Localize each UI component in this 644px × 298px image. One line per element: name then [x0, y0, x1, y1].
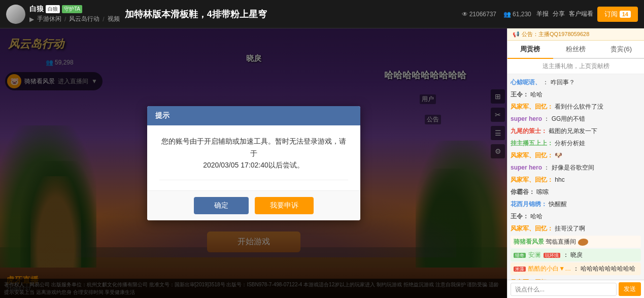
dialog-overlay: 提示 您的账号由于开启辅助或加速工具。暂时无法登录游戏，请于 2020/03/0…	[0, 28, 507, 298]
chat-user-miz: 酷酷的小白▼…	[528, 265, 571, 272]
chat-msg-3: super hero ： GG用的不错	[511, 113, 641, 125]
stream-title: 加特林版本滑板鞋，4排带粉上星穹	[125, 8, 457, 20]
chat-msg-liqi: 猎奇 安澜 玩环境 ： 晓戾	[511, 249, 641, 261]
chat-sep-3: ：	[544, 115, 550, 122]
chat-msg-6: 风家军、回忆： 🐶	[511, 149, 641, 161]
chat-user-5: 挂主播五上上：	[511, 140, 553, 147]
breadcrumb-section: 视频	[108, 15, 120, 23]
badge-miz: 米藻	[514, 267, 526, 272]
chat-user-6: 风家军、回忆：	[511, 152, 553, 159]
chat-msg-horse: 骑猪看风景 驾临直播间	[511, 236, 641, 248]
chat-msg-12: 风家军、回忆： 挂哥没了啊	[511, 222, 641, 235]
chat-input-row: 发送	[511, 282, 641, 296]
confirm-button[interactable]: 确定	[194, 197, 249, 214]
chat-user-11: 王令：	[511, 213, 529, 220]
dialog-header: 提示	[147, 106, 360, 125]
tab-weekly[interactable]: 周贡榜	[507, 41, 553, 59]
chat-user-4: 九尾的策士：	[511, 127, 547, 135]
chat-user-1: 王令：	[511, 91, 529, 98]
chat-sep-liqi: ：	[563, 251, 569, 258]
horse-icon	[577, 239, 588, 246]
dialog-body: 您的账号由于开启辅助或加速工具。暂时无法登录游戏，请于 2020/03/05 1…	[147, 125, 360, 191]
top-bar: 白狼 白狼 守护TA ▶ 手游休闲 / 风云岛行动 / 视频 加特林版本滑板鞋，…	[0, 0, 644, 28]
streamer-info: 白狼 白狼 守护TA ▶ 手游休闲 / 风云岛行动 / 视频	[6, 5, 120, 24]
chat-text-2: 看到什么软件了没	[555, 103, 603, 110]
chat-input[interactable]	[511, 283, 617, 296]
notice-icon: 📢	[513, 31, 520, 38]
notice-text: 公告：主播QQ1978059628	[522, 30, 589, 38]
right-tabs: 周贡榜 粉丝榜 贵宾(6)	[507, 41, 644, 59]
chat-user-2: 风家军、回忆：	[511, 103, 553, 110]
chat-send-btn[interactable]: 发送	[619, 282, 641, 296]
chat-user-liqi: 安澜	[528, 251, 540, 258]
tag-white: 白狼	[46, 5, 60, 13]
dialog-body-line2: 2020/03/05 17:02:40以后尝试。	[203, 161, 303, 169]
breadcrumb: ▶ 手游休闲 / 风云岛行动 / 视频	[29, 15, 120, 23]
chat-user-0: 心鲸呢语、	[511, 79, 541, 86]
dialog-box: 提示 您的账号由于开启辅助或加速工具。暂时无法登录游戏，请于 2020/03/0…	[147, 106, 360, 220]
chat-user-3: super hero	[511, 115, 542, 122]
gift-bar[interactable]: 送主播礼物，上页贡献榜	[507, 59, 644, 74]
action-buttons: 羊报 分享 客户端看 订阅 14	[536, 7, 638, 22]
chat-text-7: 好像是谷歌空间	[552, 164, 594, 171]
badge-huanjing: 玩环境	[544, 253, 560, 258]
chat-user-9: 你霸谷：	[511, 188, 535, 195]
dialog-footer: 确定 我要申诉	[147, 191, 360, 220]
chat-text-miz: 哈哈哈哈哈哈哈哈哈	[581, 265, 635, 272]
chat-text-9: 嗦嗦	[536, 188, 549, 195]
viewers-count: 👁 21066737	[462, 11, 496, 18]
sheep-btn[interactable]: 羊报	[536, 10, 549, 18]
breadcrumb-mode[interactable]: 风云岛行动	[69, 15, 99, 23]
chat-msg-2: 风家军、回忆： 看到什么软件了没	[511, 101, 641, 113]
tag-guardian: 守护TA	[62, 5, 82, 13]
chat-bottom: 发送	[507, 280, 644, 298]
chat-text-1: 哈哈	[530, 91, 543, 98]
chat-text-3: GG用的不错	[552, 115, 586, 122]
chat-sep-0: ：	[543, 79, 549, 86]
subscribe-label: 订阅	[604, 10, 618, 19]
chat-msg-11: 王令： 哈哈	[511, 210, 641, 222]
chat-text-0: 咋回事？	[551, 79, 575, 86]
chat-sep-horse: 驾临直播间	[546, 238, 578, 245]
chat-msg-1: 王令： 哈哈	[511, 88, 641, 101]
chat-list: 心鲸呢语、 ： 咋回事？ 王令： 哈哈 风家军、回忆： 看到什么软件了没 sup…	[507, 74, 644, 280]
chat-msg-4: 九尾的策士： 截图的兄弟发一下	[511, 125, 641, 137]
chat-user-12: 风家军、回忆：	[511, 225, 553, 232]
chat-msg-miz: 米藻 酷酷的小白▼… ： 哈哈哈哈哈哈哈哈哈	[511, 262, 641, 275]
subscribe-count: 14	[620, 11, 631, 18]
chat-msg-last: 风家军、回忆： …	[511, 276, 641, 280]
chat-user-7: super hero	[511, 164, 542, 171]
chat-msg-8: 风家军、回忆： hhc	[511, 174, 641, 186]
client-btn[interactable]: 客户端看	[569, 10, 593, 18]
breadcrumb-game[interactable]: 手游休闲	[37, 15, 61, 23]
appeal-button[interactable]: 我要申诉	[255, 197, 314, 214]
chat-user-10: 花西月锦绣：	[511, 201, 547, 208]
tab-vip[interactable]: 贵宾(6)	[598, 41, 644, 59]
chat-msg-7: super hero ： 好像是谷歌空间	[511, 161, 641, 174]
chat-msg-0: 心鲸呢语、 ： 咋回事？	[511, 76, 641, 88]
top-meta: 👁 21066737 👥 61,230	[462, 11, 531, 18]
chat-sep-7: ：	[544, 164, 550, 171]
chat-text-6: 🐶	[555, 152, 562, 159]
chat-msg-5: 挂主播五上上： 分析分析娃	[511, 137, 641, 149]
chat-text-8: hhc	[555, 176, 564, 183]
badge-liqi: 猎奇	[514, 253, 526, 258]
chat-text-liqi: 晓戾	[570, 251, 583, 258]
streamer-name: 白狼	[29, 5, 44, 14]
main-content: 风云岛行动 晓戾 哈哈哈哈哈哈哈哈哈 用户 公告 👥 59,298 🐷 骑猪看风…	[0, 28, 644, 298]
dialog-body-line1: 您的账号由于开启辅助或加速工具。暂时无法登录游戏，请于	[161, 137, 346, 157]
chat-text-10: 快醒醒	[549, 201, 567, 208]
right-panel: 📢 公告：主播QQ1978059628 周贡榜 粉丝榜 贵宾(6) 送主播礼物，…	[507, 28, 644, 298]
chat-sep-miz: ：	[573, 265, 579, 272]
share-btn[interactable]: 分享	[553, 10, 565, 18]
notification-bar: 📢 公告：主播QQ1978059628	[507, 28, 644, 41]
chat-msg-9: 你霸谷： 嗦嗦	[511, 186, 641, 198]
chat-text-5: 分析分析娃	[555, 140, 585, 147]
chat-text-4: 截图的兄弟发一下	[549, 127, 597, 135]
chat-user-8: 风家军、回忆：	[511, 176, 553, 183]
chat-text-12: 挂哥没了啊	[555, 225, 585, 232]
tab-fans[interactable]: 粉丝榜	[553, 41, 599, 59]
subscribe-btn[interactable]: 订阅 14	[597, 7, 638, 22]
chat-msg-10: 花西月锦绣： 快醒醒	[511, 198, 641, 210]
avatar	[6, 5, 25, 24]
